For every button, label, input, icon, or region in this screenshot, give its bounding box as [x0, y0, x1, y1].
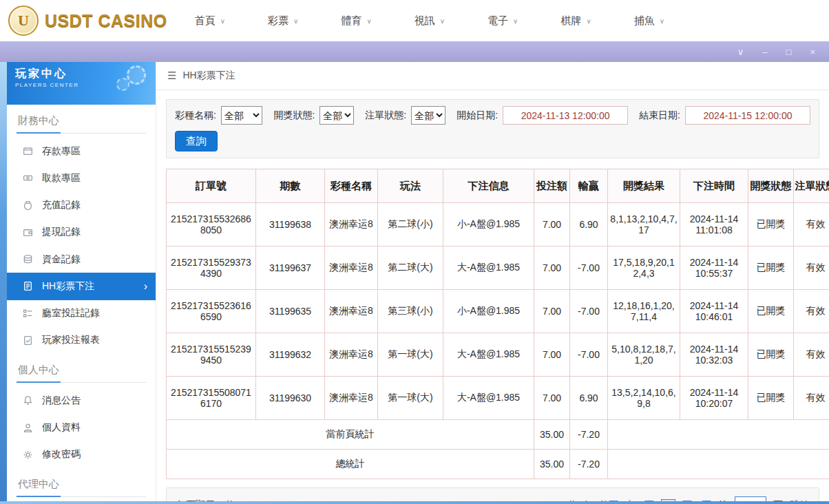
- cell-draw-status: 已開獎: [748, 333, 794, 377]
- breadcrumb: ☰ HH彩票下注: [156, 62, 829, 90]
- col-header-period: 期數: [256, 169, 325, 203]
- minimize-icon[interactable]: –: [762, 48, 767, 56]
- nav-item-sports[interactable]: 體育∨: [341, 14, 371, 28]
- grand-summary-win: -7.20: [570, 450, 608, 479]
- cell-bet-info: 大-A盤@1.985: [443, 246, 534, 290]
- close-icon[interactable]: ×: [810, 48, 815, 56]
- section-finance-center: 財務中心: [17, 114, 146, 134]
- sidebar-item-label: 玩家投注報表: [42, 334, 100, 346]
- sidebar-item-funds-record[interactable]: 資金記錄: [7, 246, 156, 273]
- sidebar-item-change-password[interactable]: 修改密碼: [7, 441, 156, 468]
- chevron-down-icon: ∨: [513, 17, 518, 25]
- cell-draw-status: 已開獎: [748, 290, 794, 333]
- cell-draw-result: 8,1,13,2,10,4,7,17: [608, 203, 680, 246]
- sidebar-header: 玩家中心 PLAYERS CENTER: [7, 62, 156, 105]
- sidebar-item-withdraw[interactable]: 取款專區: [7, 165, 156, 191]
- cell-bet-time: 2024-11-14 10:32:03: [680, 333, 748, 377]
- sidebar-item-hh-lottery-bets[interactable]: HH彩票下注 ›: [7, 273, 156, 300]
- sidebar-item-room-bet-records[interactable]: 廳室投註記錄: [7, 300, 156, 327]
- page-summary-bet: 35.00: [534, 420, 570, 450]
- cell-bet-amount: 7.00: [534, 203, 570, 246]
- nav-item-home[interactable]: 首頁∨: [195, 14, 225, 28]
- wallet-icon: [22, 227, 33, 238]
- cell-order-id: 2152173155152399450: [167, 333, 256, 377]
- collapse-icon[interactable]: ∨: [737, 48, 744, 56]
- cell-period: 31199630: [256, 377, 325, 420]
- nav-label: 棋牌: [560, 14, 581, 28]
- lottery-name-label: 彩種名稱:: [175, 109, 216, 122]
- app-window: U USDT CASINO 首頁∨ 彩票∨ 體育∨ 視訊∨ 電子∨ 棋牌∨ 捕魚…: [0, 0, 829, 62]
- cell-lottery-name: 澳洲幸运8: [325, 290, 378, 333]
- lottery-name-select[interactable]: 全部: [221, 106, 263, 125]
- col-header-bet-time: 下注時間: [680, 169, 748, 203]
- search-button[interactable]: 查詢: [175, 131, 218, 151]
- sidebar-item-profile[interactable]: 個人資料: [7, 414, 156, 441]
- sidebar-item-announcements[interactable]: 消息公告: [7, 387, 156, 414]
- bet-list-icon: [22, 281, 33, 291]
- page-summary-empty: [608, 420, 829, 450]
- cell-bet-amount: 7.00: [534, 290, 570, 333]
- cell-bet-amount: 7.00: [534, 333, 570, 377]
- nav-item-slots[interactable]: 電子∨: [487, 14, 518, 28]
- window-left-edge: [0, 62, 7, 501]
- cell-win-loss: -7.00: [570, 290, 608, 333]
- site-logo[interactable]: U USDT CASINO: [0, 6, 167, 36]
- person-icon: [22, 423, 33, 433]
- maximize-icon[interactable]: □: [786, 48, 792, 56]
- cell-draw-result: 5,10,8,12,18,7,1,20: [608, 333, 680, 377]
- section-agent-center: 代理中心: [17, 478, 146, 497]
- logo-text: USDT CASINO: [45, 11, 167, 31]
- section-label: 財務中心: [17, 114, 61, 134]
- gear-icon: [22, 450, 33, 460]
- sidebar-item-label: 取款專區: [42, 172, 81, 185]
- sidebar-item-label: 消息公告: [42, 395, 81, 407]
- grand-summary-label: 總統計: [167, 450, 534, 479]
- sidebar: 玩家中心 PLAYERS CENTER 財務中心 存款專區 取款專區 充值記錄 …: [7, 62, 156, 501]
- poker-chip-icon: [127, 65, 146, 85]
- page-jump-input[interactable]: [735, 496, 766, 501]
- page-summary-win: -7.20: [570, 420, 608, 450]
- nav-item-live-video[interactable]: 視訊∨: [414, 14, 445, 28]
- draw-status-select[interactable]: 全部: [319, 106, 354, 125]
- col-header-play-type: 玩法: [378, 169, 443, 203]
- col-header-bet-info: 下注信息: [443, 169, 534, 203]
- sidebar-item-label: 提現記錄: [42, 226, 81, 238]
- cell-order-status: 有效: [794, 333, 829, 377]
- bets-table: 訂單號 期數 彩種名稱 玩法 下注信息 投注額 輸贏 開獎結果 下注時間 開獎狀…: [166, 169, 829, 479]
- report-check-icon: [22, 335, 33, 346]
- end-date-input[interactable]: [685, 106, 810, 125]
- menu-toggle-icon[interactable]: ☰: [167, 70, 176, 82]
- cell-lottery-name: 澳洲幸运8: [325, 246, 378, 290]
- sidebar-item-deposit[interactable]: 存款專區: [7, 138, 156, 165]
- nav-item-lottery[interactable]: 彩票∨: [268, 14, 298, 28]
- page-title: HH彩票下注: [182, 70, 235, 82]
- start-date-input[interactable]: [503, 106, 628, 125]
- sidebar-item-recharge-record[interactable]: 充值記錄: [7, 192, 156, 219]
- col-header-draw-result: 開獎結果: [608, 169, 680, 203]
- sidebar-item-player-bet-report[interactable]: 玩家投注報表: [7, 327, 156, 354]
- chevron-down-icon: ∨: [220, 17, 225, 25]
- cell-order-status: 有效: [794, 290, 829, 333]
- cell-order-id: 2152173155326868050: [167, 203, 256, 246]
- money-bag-icon: [22, 200, 33, 211]
- main-nav: 首頁∨ 彩票∨ 體育∨ 視訊∨ 電子∨ 棋牌∨ 捕魚∨: [195, 14, 664, 28]
- sidebar-item-withdrawal-record[interactable]: 提現記錄: [7, 219, 156, 246]
- cell-period: 31199638: [256, 203, 325, 246]
- cell-bet-time: 2024-11-14 10:20:07: [680, 377, 748, 420]
- nav-item-fishing[interactable]: 捕魚∨: [634, 14, 664, 28]
- logo-letter: U: [18, 12, 29, 30]
- order-status-select[interactable]: 全部: [411, 106, 445, 125]
- bell-icon: [22, 395, 33, 406]
- coin-stack-icon: [22, 254, 33, 264]
- pagination-controls: 共5条 首頁 上一页 1 下一页 第 页 跳转: [567, 496, 809, 501]
- sidebar-item-label: 存款專區: [42, 145, 81, 158]
- cell-order-id: 2152173155080716170: [167, 377, 256, 420]
- cell-win-loss: -7.00: [570, 333, 608, 377]
- nav-item-board-games[interactable]: 棋牌∨: [560, 14, 591, 28]
- sidebar-item-label: 廳室投註記錄: [42, 307, 100, 319]
- cell-order-id: 2152173155293734390: [167, 246, 256, 290]
- cell-bet-amount: 7.00: [534, 377, 570, 420]
- sidebar-item-label: 修改密碼: [42, 448, 81, 461]
- sidebar-item-label: 資金記錄: [42, 253, 81, 266]
- page-summary-label: 當前頁統計: [167, 420, 534, 450]
